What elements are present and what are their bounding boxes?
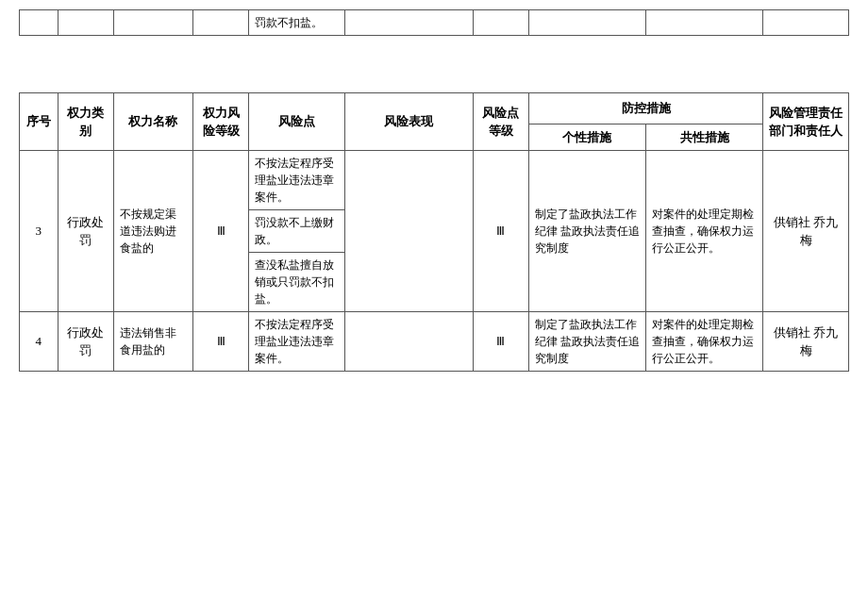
- row3-risk-point-2: 罚没款不上缴财政。: [249, 210, 345, 253]
- cont-cell-1: [20, 10, 58, 36]
- cont-cell-8: [528, 10, 645, 36]
- cont-cell-6: [345, 10, 474, 36]
- row4-dept: 供销社 乔九梅: [763, 312, 849, 372]
- table-row-3a: 3 行政处罚 不按规定渠道违法购进食盐的 Ⅲ 不按法定程序受理盐业违法违章案件。…: [20, 151, 849, 210]
- header-seq: 序号: [20, 93, 58, 151]
- cont-cell-10: [763, 10, 849, 36]
- row4-name: 违法销售非食用盐的: [113, 312, 193, 372]
- row3-name: 不按规定渠道违法购进食盐的: [113, 151, 193, 312]
- main-table: 序号 权力类别 权力名称 权力风险等级 风险点 风险表现 风险点等级 防控措施 …: [19, 92, 849, 372]
- cont-cell-9: [646, 10, 763, 36]
- header-type: 权力类别: [58, 93, 113, 151]
- row3-risk-grade: Ⅲ: [473, 151, 528, 312]
- header-name: 权力名称: [113, 93, 193, 151]
- spacer: [0, 36, 868, 92]
- row4-risk-grade: Ⅲ: [473, 312, 528, 372]
- row4-risk-point-1: 不按法定程序受理盐业违法违章案件。: [249, 312, 345, 372]
- row4-individual: 制定了盐政执法工作纪律 盐政执法责任追究制度: [528, 312, 645, 372]
- header-common: 共性措施: [646, 124, 763, 151]
- page: 罚款不扣盐。: [0, 0, 868, 614]
- table-header-row1: 序号 权力类别 权力名称 权力风险等级 风险点 风险表现 风险点等级 防控措施 …: [20, 93, 849, 124]
- header-risk-grade: 风险点等级: [473, 93, 528, 151]
- row3-risk-expr: [345, 151, 474, 312]
- cont-cell-3: [113, 10, 193, 36]
- cont-cell-7: [473, 10, 528, 36]
- row4-risk-expr: [345, 312, 474, 372]
- row3-seq: 3: [20, 151, 58, 312]
- header-risk-point: 风险点: [249, 93, 345, 151]
- continuation-row: 罚款不扣盐。: [20, 10, 849, 36]
- cont-cell-5: 罚款不扣盐。: [249, 10, 345, 36]
- cont-cell-4: [193, 10, 249, 36]
- row3-risk-point-1: 不按法定程序受理盐业违法违章案件。: [249, 151, 345, 210]
- header-risk-expr: 风险表现: [345, 93, 474, 151]
- row4-common: 对案件的处理定期检查抽查，确保权力运行公正公开。: [646, 312, 763, 372]
- continuation-table: 罚款不扣盐。: [19, 9, 849, 36]
- table-row-4: 4 行政处罚 违法销售非食用盐的 Ⅲ 不按法定程序受理盐业违法违章案件。 Ⅲ 制…: [20, 312, 849, 372]
- cont-cell-2: [58, 10, 113, 36]
- header-risk-level: 权力风险等级: [193, 93, 249, 151]
- row4-seq: 4: [20, 312, 58, 372]
- row3-type: 行政处罚: [58, 151, 113, 312]
- main-table-wrapper: 序号 权力类别 权力名称 权力风险等级 风险点 风险表现 风险点等级 防控措施 …: [0, 92, 868, 390]
- header-dept: 风险管理责任部门和责任人: [763, 93, 849, 151]
- row4-type: 行政处罚: [58, 312, 113, 372]
- row3-risk-point-3: 查没私盐擅自放销或只罚款不扣盐。: [249, 253, 345, 312]
- row4-risk-level: Ⅲ: [193, 312, 249, 372]
- header-individual: 个性措施: [528, 124, 645, 151]
- row3-dept: 供销社 乔九梅: [763, 151, 849, 312]
- top-row-wrapper: 罚款不扣盐。: [0, 0, 868, 36]
- header-fangkong: 防控措施: [528, 93, 763, 124]
- row3-common: 对案件的处理定期检查抽查，确保权力运行公正公开。: [646, 151, 763, 312]
- row3-individual: 制定了盐政执法工作纪律 盐政执法责任追究制度: [528, 151, 645, 312]
- row3-risk-level: Ⅲ: [193, 151, 249, 312]
